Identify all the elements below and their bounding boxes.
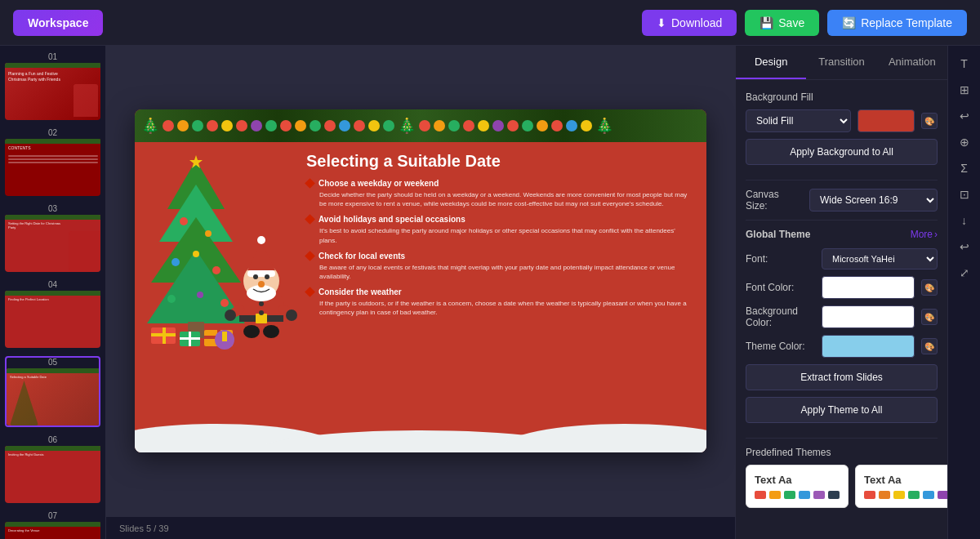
bullet-text-2: It's best to avoid scheduling the party … bbox=[306, 226, 690, 244]
slide-thumb-4[interactable]: 04 Finding the Perfect Location bbox=[5, 280, 100, 348]
slide-thumb-1[interactable]: 01 Planning a Fun and Festive Christmas … bbox=[5, 52, 100, 120]
download-icon: ⬇ bbox=[657, 16, 666, 29]
svg-point-10 bbox=[193, 251, 199, 257]
tab-transition[interactable]: Transition bbox=[806, 46, 876, 79]
svg-rect-24 bbox=[222, 332, 227, 341]
main-area: 01 Planning a Fun and Festive Christmas … bbox=[0, 46, 980, 539]
slide-count: Slides 5 / 39 bbox=[119, 523, 169, 533]
theme-color-picker-icon[interactable]: 🎨 bbox=[921, 338, 938, 354]
slide-num-5: 05 bbox=[7, 358, 99, 367]
svg-point-6 bbox=[180, 217, 188, 225]
divider-1 bbox=[746, 180, 938, 180]
svg-point-36 bbox=[259, 301, 264, 306]
slide-thumb-3[interactable]: 03 Setting the Right Date for Christmas … bbox=[5, 204, 100, 272]
save-button[interactable]: 💾 Save bbox=[745, 10, 819, 36]
slide-thumb-6[interactable]: 06 Inviting the Right Guests bbox=[5, 435, 100, 503]
bullet-header-2: Avoid holidays and special occasions bbox=[318, 215, 466, 224]
sigma-icon[interactable]: Σ bbox=[953, 157, 976, 180]
replace-template-button[interactable]: 🔄 Replace Template bbox=[827, 10, 967, 36]
color-picker-icon[interactable]: 🎨 bbox=[921, 113, 938, 129]
svg-rect-16 bbox=[151, 333, 176, 336]
predefined-theme-2-title: Text Aa bbox=[864, 474, 947, 486]
slide-num-3: 03 bbox=[5, 204, 100, 213]
font-color-picker-icon[interactable]: 🎨 bbox=[921, 279, 938, 296]
svg-point-35 bbox=[258, 281, 265, 287]
global-theme-row: Global Theme More › bbox=[746, 229, 938, 240]
workspace-button[interactable]: Workspace bbox=[13, 10, 103, 36]
theme-color-row: Theme Color: 🎨 bbox=[746, 335, 938, 358]
svg-point-7 bbox=[205, 230, 212, 237]
save-icon: 💾 bbox=[760, 16, 773, 29]
svg-point-13 bbox=[197, 292, 203, 298]
bullet-text-4: If the party is outdoors, or if the weat… bbox=[306, 299, 690, 317]
svg-point-33 bbox=[253, 274, 258, 279]
svg-point-37 bbox=[259, 310, 264, 315]
font-color-swatch[interactable] bbox=[822, 276, 915, 299]
more-link[interactable]: More › bbox=[911, 229, 938, 240]
color-dot bbox=[864, 491, 875, 499]
svg-point-42 bbox=[243, 325, 260, 338]
divider-3 bbox=[746, 438, 938, 439]
color-dot bbox=[769, 491, 781, 499]
predefined-themes-label: Predefined Themes bbox=[746, 447, 938, 458]
apply-background-button[interactable]: Apply Background to All bbox=[746, 139, 938, 165]
color-dot bbox=[755, 491, 766, 499]
slide-thumb-2[interactable]: 02 CONTENTS bbox=[5, 128, 100, 196]
bg-color-picker-icon[interactable]: 🎨 bbox=[921, 309, 938, 325]
panel-body: Background Fill Solid Fill Gradient Fill… bbox=[736, 80, 947, 539]
add-icon[interactable]: ⊕ bbox=[953, 131, 976, 154]
slide-thumb-5[interactable]: 05 Selecting a Suitable Date bbox=[5, 356, 100, 427]
resize-icon[interactable]: ⤢ bbox=[953, 261, 976, 284]
svg-point-43 bbox=[263, 325, 279, 338]
bullet-header-1: Choose a weekday or weekend bbox=[318, 179, 439, 188]
color-dot bbox=[784, 491, 795, 499]
predefined-theme-2[interactable]: Text Aa bbox=[855, 465, 947, 508]
global-theme-label: Global Theme bbox=[746, 229, 810, 240]
text-tool-icon[interactable]: T bbox=[953, 52, 976, 75]
tab-design[interactable]: Design bbox=[736, 46, 806, 79]
bullet-item-3: Check for local events Be aware of any l… bbox=[306, 252, 690, 281]
xmas-decoration-top: 🎄 🎄 bbox=[135, 109, 706, 142]
theme-color-swatch[interactable] bbox=[822, 335, 915, 358]
font-select[interactable]: Microsoft YaHei Arial Times New Roman bbox=[822, 248, 938, 270]
canvas-size-label: Canvas Size: bbox=[746, 189, 803, 212]
right-panel: Design Transition Animation Background F… bbox=[735, 46, 947, 539]
svg-rect-47 bbox=[135, 444, 706, 452]
svg-point-34 bbox=[265, 274, 270, 279]
predefined-theme-1[interactable]: Text Aa bbox=[746, 465, 849, 508]
apply-theme-button[interactable]: Apply Theme to All bbox=[746, 397, 938, 423]
tab-animation[interactable]: Animation bbox=[877, 46, 947, 79]
bullet-item-4: Consider the weather If the party is out… bbox=[306, 287, 690, 317]
canvas-size-select[interactable]: Wide Screen 16:9 Standard 4:3 A4 Portrai… bbox=[809, 189, 938, 212]
diamond-icon-3 bbox=[305, 251, 315, 261]
topbar: Workspace ⬇ Download 💾 Save 🔄 Replace Te… bbox=[0, 0, 980, 46]
slide-title: Selecting a Suitable Date bbox=[306, 152, 690, 171]
replace-icon: 🔄 bbox=[842, 16, 856, 29]
svg-point-9 bbox=[212, 266, 220, 274]
diamond-icon-4 bbox=[305, 287, 315, 297]
svg-rect-19 bbox=[180, 337, 200, 340]
background-color-swatch[interactable] bbox=[858, 109, 915, 132]
grid-icon[interactable]: ⊡ bbox=[953, 183, 976, 206]
fill-type-select[interactable]: Solid Fill Gradient Fill Pattern Fill bbox=[746, 109, 851, 132]
background-fill-row: Solid Fill Gradient Fill Pattern Fill 🎨 bbox=[746, 109, 938, 132]
slide-content: Selecting a Suitable Date Choose a weekd… bbox=[135, 144, 706, 408]
redo-icon[interactable]: ↩ bbox=[953, 235, 976, 258]
slide-num-1: 01 bbox=[5, 52, 100, 61]
color-dot bbox=[893, 491, 905, 499]
color-dot bbox=[799, 491, 810, 499]
bullet-header-4: Consider the weather bbox=[318, 287, 402, 296]
image-tool-icon[interactable]: ⊞ bbox=[953, 78, 976, 101]
slide-thumb-7[interactable]: 07 Decorating the Venue bbox=[5, 511, 100, 539]
svg-point-40 bbox=[225, 310, 236, 321]
svg-rect-30 bbox=[247, 270, 275, 277]
download-button[interactable]: ⬇ Download bbox=[642, 10, 737, 36]
bg-color-swatch[interactable] bbox=[822, 305, 915, 328]
extract-from-slides-button[interactable]: Extract from Slides bbox=[746, 364, 938, 390]
svg-point-11 bbox=[167, 295, 176, 303]
slide-canvas: 🎄 🎄 bbox=[135, 109, 706, 452]
font-color-label: Font Color: bbox=[746, 282, 815, 293]
undo-icon[interactable]: ↩ bbox=[953, 105, 976, 127]
svg-point-8 bbox=[172, 258, 180, 266]
download-tool-icon[interactable]: ↓ bbox=[953, 209, 976, 232]
